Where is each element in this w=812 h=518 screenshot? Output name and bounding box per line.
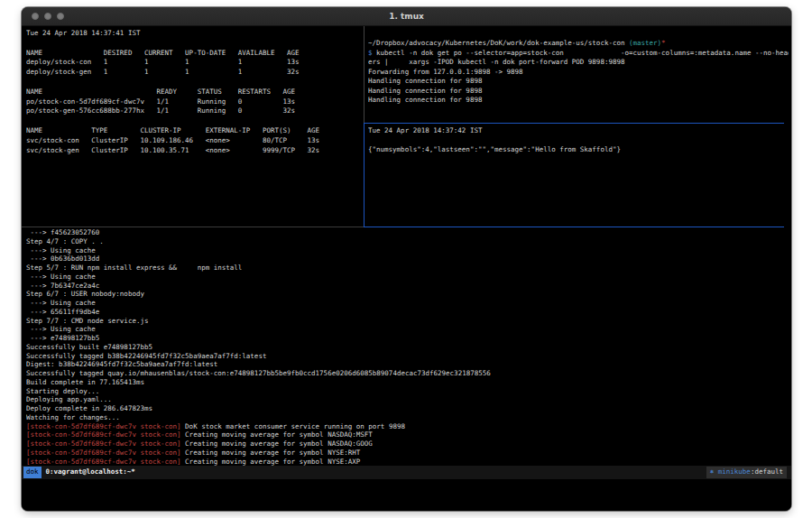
terminal-line: ---> e74898127bb5 [26,334,786,343]
terminal-line: ers | xargs -IPOD kubectl -n dok port-fo… [368,58,789,68]
terminal-line: Tue 24 Apr 2018 14:37:42 IST [368,126,789,136]
terminal-line: ---> f45623052760 [26,228,786,237]
terminal-line: deploy/stock-con 1 1 1 1 13s [26,58,362,68]
terminal-line: Tue 24 Apr 2018 14:37:41 IST [26,29,362,39]
pane-port-forward[interactable]: ~/Dropbox/advocacy/Kubernetes/DoK/work/d… [368,39,789,122]
terminal-line: NAME DESIRED CURRENT UP-TO-DATE AVAILABL… [26,49,362,59]
terminal-line: ---> 0b636bd013dd [26,254,786,264]
pane-border-horizontal-main[interactable] [364,227,784,227]
status-window-label[interactable]: 0:vagrant@localhost:~* [46,467,135,477]
pane-border-horizontal-left[interactable] [22,227,364,227]
terminal-line: Step 4/7 : COPY . . [26,237,786,246]
tmux-terminal: Tue 24 Apr 2018 14:37:41 IST NAME DESIRE… [22,26,791,511]
terminal-line: Build complete in 77.165413ms [26,378,786,387]
pane-border-vertical-bottom[interactable] [364,124,364,227]
terminal-line: [stock-con-5d7df689cf-dwc7v stock-con] C… [26,458,786,467]
terminal-line: [stock-con-5d7df689cf-dwc7v stock-con] D… [26,422,786,431]
terminal-line: po/stock-con-5d7df689cf-dwc7v 1/1 Runnin… [26,97,362,107]
terminal-line: Successfully tagged b38b42246945fd7f32c5… [26,352,786,361]
kube-namespace-label: :default [751,467,783,476]
terminal-line: ---> Using cache [26,246,786,255]
terminal-line: NAME READY STATUS RESTARTS AGE [26,88,362,97]
terminal-line: deploy/stock-gen 1 1 1 1 32s [26,68,362,78]
tmux-status-bar: dok 0:vagrant@localhost:~* ⎈ minikube:de… [22,466,791,479]
terminal-line: ---> Using cache [26,325,786,334]
terminal-line: Step 7/7 : CMD node service.js [26,317,786,326]
terminal-line: Step 6/7 : USER nobody:nobody [26,290,786,299]
terminal-line: Handling connection for 9898 [368,87,789,97]
terminal-line: ---> 65611ff9db4e [26,308,786,317]
session-badge[interactable]: dok [23,467,42,478]
terminal-line: Step 5/7 : RUN npm install express && np… [26,264,786,273]
terminal-line: ---> Using cache [26,299,786,308]
terminal-line: Deploy complete in 286.647823ms [26,404,786,413]
terminal-line [26,78,362,88]
terminal-window: 1. tmux Tue 24 Apr 2018 14:37:41 IST NAM… [22,7,791,511]
terminal-line: Successfully tagged quay.io/mhausenblas/… [26,369,786,378]
terminal-line: Deploying app.yaml... [26,395,786,404]
terminal-line: Starting deploy... [26,387,786,396]
terminal-line: Forwarding from 127.0.0.1:9898 -> 9898 [368,68,789,78]
kube-context-label: minikube [718,467,751,476]
terminal-line: [stock-con-5d7df689cf-dwc7v stock-con] C… [26,449,786,458]
terminal-line [368,136,789,146]
pane-border-vertical-top[interactable] [364,26,364,123]
terminal-line: Handling connection for 9898 [368,77,789,87]
pane-consumer-output[interactable]: Tue 24 Apr 2018 14:37:42 IST {"numsymbol… [368,126,789,225]
terminal-line: po/stock-gen-576cc688bb-277hx 1/1 Runnin… [26,106,362,116]
terminal-line [26,116,362,126]
terminal-line: {"numsymbols":4,"lastseen":"","message":… [368,145,789,155]
pane-skaffold-build[interactable]: ---> f45623052760Step 4/7 : COPY . . ---… [26,228,786,466]
terminal-line: svc/stock-gen ClusterIP 10.100.35.71 <no… [26,146,362,156]
terminal-line: ---> 7b6347ce2a4c [26,282,786,291]
terminal-line: NAME TYPE CLUSTER-IP EXTERNAL-IP PORT(S)… [26,126,362,136]
terminal-line: Digest: b38b42246945fd7f32c5ba9aea7af7fd… [26,360,786,369]
terminal-line: Successfully built e74898127bb5 [26,343,786,352]
terminal-line: [stock-con-5d7df689cf-dwc7v stock-con] C… [26,430,786,439]
terminal-line: [stock-con-5d7df689cf-dwc7v stock-con] C… [26,439,786,449]
window-titlebar: 1. tmux [22,7,791,26]
terminal-line: $ kubectl -n dok get po --selector=app=s… [368,49,789,59]
pane-border-horizontal-right[interactable] [364,123,784,124]
terminal-line [26,39,362,49]
terminal-line: ---> Using cache [26,273,786,282]
terminal-line: Watching for changes... [26,413,786,422]
status-right: ⎈ minikube:default [706,467,787,478]
window-title: 1. tmux [22,12,791,21]
terminal-line: Handling connection for 9898 [368,96,789,106]
terminal-line: ~/Dropbox/advocacy/Kubernetes/DoK/work/d… [368,39,789,49]
helm-icon: ⎈ [710,467,718,476]
pane-kubectl-watch[interactable]: Tue 24 Apr 2018 14:37:41 IST NAME DESIRE… [26,29,362,226]
terminal-line: svc/stock-con ClusterIP 10.109.186.46 <n… [26,136,362,146]
